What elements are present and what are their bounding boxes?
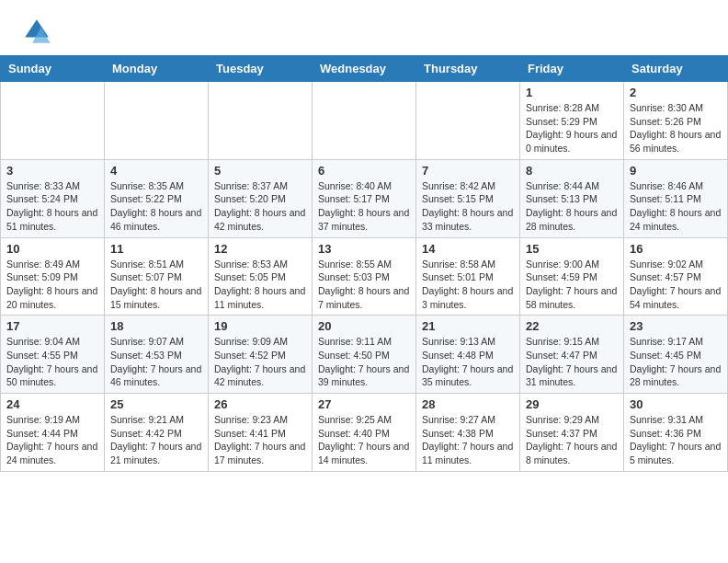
calendar-cell [416,82,520,160]
day-number: 10 [6,242,98,256]
day-info: Sunrise: 8:58 AM Sunset: 5:01 PM Dayligh… [422,258,514,312]
calendar-cell: 10Sunrise: 8:49 AM Sunset: 5:09 PM Dayli… [1,237,105,316]
calendar-cell: 12Sunrise: 8:53 AM Sunset: 5:05 PM Dayli… [209,237,313,316]
day-number: 22 [526,319,618,333]
calendar-cell: 15Sunrise: 9:00 AM Sunset: 4:59 PM Dayli… [520,237,624,316]
calendar-cell: 17Sunrise: 9:04 AM Sunset: 4:55 PM Dayli… [1,316,105,394]
day-number: 3 [6,164,98,178]
day-number: 18 [110,319,202,333]
calendar-cell: 3Sunrise: 8:33 AM Sunset: 5:24 PM Daylig… [1,159,105,237]
calendar-cell: 27Sunrise: 9:25 AM Sunset: 4:40 PM Dayli… [313,394,416,472]
weekday-header-tuesday: Tuesday [209,56,313,82]
calendar-cell: 21Sunrise: 9:13 AM Sunset: 4:48 PM Dayli… [416,316,520,394]
weekday-header-wednesday: Wednesday [313,56,416,82]
day-number: 25 [110,397,202,411]
day-info: Sunrise: 8:55 AM Sunset: 5:03 PM Dayligh… [318,258,410,312]
calendar-cell: 6Sunrise: 8:40 AM Sunset: 5:17 PM Daylig… [313,159,416,237]
calendar-cell: 22Sunrise: 9:15 AM Sunset: 4:47 PM Dayli… [520,316,624,394]
day-info: Sunrise: 9:02 AM Sunset: 4:57 PM Dayligh… [630,258,722,312]
calendar-cell [1,82,105,160]
day-info: Sunrise: 8:44 AM Sunset: 5:13 PM Dayligh… [526,179,618,234]
day-info: Sunrise: 9:25 AM Sunset: 4:40 PM Dayligh… [318,413,410,467]
calendar-cell [209,82,313,160]
day-number: 6 [318,164,410,178]
calendar-cell: 20Sunrise: 9:11 AM Sunset: 4:50 PM Dayli… [313,316,416,394]
day-info: Sunrise: 9:23 AM Sunset: 4:41 PM Dayligh… [214,413,306,467]
calendar-cell [313,82,416,160]
day-number: 12 [214,242,306,256]
day-info: Sunrise: 9:09 AM Sunset: 4:52 PM Dayligh… [214,335,306,389]
calendar-cell: 24Sunrise: 9:19 AM Sunset: 4:44 PM Dayli… [1,394,105,472]
day-info: Sunrise: 9:17 AM Sunset: 4:45 PM Dayligh… [630,335,722,389]
logo [22,17,53,46]
calendar-cell: 23Sunrise: 9:17 AM Sunset: 4:45 PM Dayli… [624,316,728,394]
calendar-cell: 30Sunrise: 9:31 AM Sunset: 4:36 PM Dayli… [624,394,728,472]
day-number: 30 [630,397,722,411]
day-number: 21 [422,319,514,333]
calendar-week-row: 1Sunrise: 8:28 AM Sunset: 5:29 PM Daylig… [1,82,728,160]
calendar-cell: 26Sunrise: 9:23 AM Sunset: 4:41 PM Dayli… [209,394,313,472]
day-number: 29 [526,397,618,411]
calendar-cell: 28Sunrise: 9:27 AM Sunset: 4:38 PM Dayli… [416,394,520,472]
calendar-cell: 5Sunrise: 8:37 AM Sunset: 5:20 PM Daylig… [209,159,313,237]
weekday-header-thursday: Thursday [416,56,520,82]
weekday-header-sunday: Sunday [1,56,105,82]
day-info: Sunrise: 8:37 AM Sunset: 5:20 PM Dayligh… [214,179,306,234]
day-number: 1 [526,86,618,99]
calendar-cell: 14Sunrise: 8:58 AM Sunset: 5:01 PM Dayli… [416,237,520,316]
calendar-week-row: 24Sunrise: 9:19 AM Sunset: 4:44 PM Dayli… [1,394,728,472]
day-info: Sunrise: 9:07 AM Sunset: 4:53 PM Dayligh… [110,335,202,389]
day-info: Sunrise: 8:53 AM Sunset: 5:05 PM Dayligh… [214,258,306,312]
calendar-cell: 25Sunrise: 9:21 AM Sunset: 4:42 PM Dayli… [105,394,209,472]
day-number: 28 [422,397,514,411]
day-number: 14 [422,242,514,256]
calendar-cell: 1Sunrise: 8:28 AM Sunset: 5:29 PM Daylig… [520,82,624,160]
day-info: Sunrise: 9:21 AM Sunset: 4:42 PM Dayligh… [110,413,202,467]
calendar-cell: 18Sunrise: 9:07 AM Sunset: 4:53 PM Dayli… [105,316,209,394]
day-number: 9 [630,164,722,178]
day-number: 13 [318,242,410,256]
day-number: 4 [110,164,202,178]
day-number: 7 [422,164,514,178]
day-info: Sunrise: 8:35 AM Sunset: 5:22 PM Dayligh… [110,179,202,234]
day-info: Sunrise: 8:40 AM Sunset: 5:17 PM Dayligh… [318,179,410,234]
day-number: 24 [6,397,98,411]
day-number: 15 [526,242,618,256]
day-number: 17 [6,319,98,333]
calendar-cell: 29Sunrise: 9:29 AM Sunset: 4:37 PM Dayli… [520,394,624,472]
calendar-cell: 7Sunrise: 8:42 AM Sunset: 5:15 PM Daylig… [416,159,520,237]
day-info: Sunrise: 9:15 AM Sunset: 4:47 PM Dayligh… [526,335,618,389]
calendar-cell: 11Sunrise: 8:51 AM Sunset: 5:07 PM Dayli… [105,237,209,316]
day-info: Sunrise: 9:11 AM Sunset: 4:50 PM Dayligh… [318,335,410,389]
weekday-header-friday: Friday [520,56,624,82]
calendar-cell: 8Sunrise: 8:44 AM Sunset: 5:13 PM Daylig… [520,159,624,237]
day-number: 20 [318,319,410,333]
day-number: 8 [526,164,618,178]
day-info: Sunrise: 8:49 AM Sunset: 5:09 PM Dayligh… [6,258,98,312]
day-info: Sunrise: 9:19 AM Sunset: 4:44 PM Dayligh… [6,413,98,467]
day-number: 27 [318,397,410,411]
day-number: 5 [214,164,306,178]
calendar-cell: 4Sunrise: 8:35 AM Sunset: 5:22 PM Daylig… [105,159,209,237]
weekday-header-saturday: Saturday [624,56,728,82]
calendar-cell: 9Sunrise: 8:46 AM Sunset: 5:11 PM Daylig… [624,159,728,237]
calendar-cell: 16Sunrise: 9:02 AM Sunset: 4:57 PM Dayli… [624,237,728,316]
calendar-cell [105,82,209,160]
day-info: Sunrise: 8:30 AM Sunset: 5:26 PM Dayligh… [630,101,722,155]
day-info: Sunrise: 8:51 AM Sunset: 5:07 PM Dayligh… [110,258,202,312]
day-info: Sunrise: 9:00 AM Sunset: 4:59 PM Dayligh… [526,258,618,312]
day-number: 2 [630,86,722,99]
day-info: Sunrise: 9:29 AM Sunset: 4:37 PM Dayligh… [526,413,618,467]
weekday-header-monday: Monday [105,56,209,82]
day-number: 19 [214,319,306,333]
day-number: 16 [630,242,722,256]
calendar-week-row: 10Sunrise: 8:49 AM Sunset: 5:09 PM Dayli… [1,237,728,316]
weekday-header-row: SundayMondayTuesdayWednesdayThursdayFrid… [1,56,728,82]
day-info: Sunrise: 8:42 AM Sunset: 5:15 PM Dayligh… [422,179,514,234]
page-header [0,0,728,55]
day-info: Sunrise: 8:33 AM Sunset: 5:24 PM Dayligh… [6,179,98,234]
day-number: 26 [214,397,306,411]
day-number: 11 [110,242,202,256]
calendar-cell: 13Sunrise: 8:55 AM Sunset: 5:03 PM Dayli… [313,237,416,316]
day-number: 23 [630,319,722,333]
